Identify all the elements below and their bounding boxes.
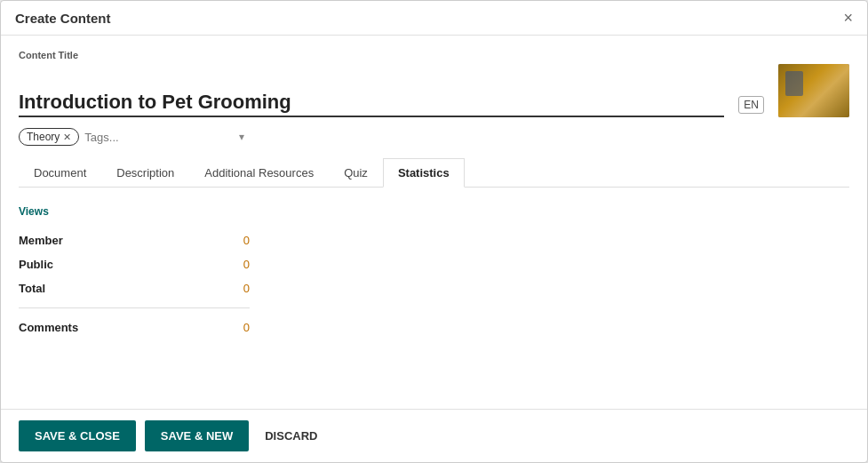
modal-body: Content Title EN Theory ✕ ▾ Document Des… <box>1 36 867 409</box>
tag-label: Theory <box>27 131 60 143</box>
comments-value: 0 <box>223 321 250 334</box>
tabs-row: Document Description Additional Resource… <box>19 158 849 188</box>
tab-document[interactable]: Document <box>19 158 101 188</box>
public-label: Public <box>19 258 53 271</box>
tag-remove-button[interactable]: ✕ <box>63 132 71 143</box>
modal-title: Create Content <box>15 11 111 26</box>
stats-row-public: Public 0 <box>19 252 250 276</box>
tab-statistics[interactable]: Statistics <box>383 158 465 188</box>
stats-row-member: Member 0 <box>19 228 250 252</box>
comments-row: Comments 0 <box>19 315 250 339</box>
total-label: Total <box>19 282 45 295</box>
views-label: Views <box>19 205 849 218</box>
tags-input[interactable] <box>84 131 234 144</box>
stats-row-total: Total 0 <box>19 276 250 300</box>
modal-header: Create Content × <box>1 1 867 36</box>
member-value: 0 <box>223 234 250 247</box>
discard-button[interactable]: DISCARD <box>258 420 324 451</box>
member-label: Member <box>19 234 63 247</box>
modal-footer: SAVE & CLOSE SAVE & NEW DISCARD <box>1 409 867 462</box>
title-row: EN <box>19 64 849 117</box>
language-badge[interactable]: EN <box>738 96 764 114</box>
statistics-panel: Views Member 0 Public 0 Total 0 Comments <box>19 188 849 357</box>
close-button[interactable]: × <box>843 10 853 26</box>
tags-row: Theory ✕ ▾ <box>19 128 849 146</box>
content-title-label: Content Title <box>19 50 849 60</box>
tab-additional-resources[interactable]: Additional Resources <box>189 158 329 188</box>
thumbnail-image <box>778 64 849 117</box>
tab-quiz[interactable]: Quiz <box>329 158 383 188</box>
tags-dropdown-icon[interactable]: ▾ <box>239 131 244 143</box>
thumbnail <box>778 64 849 117</box>
stats-table: Member 0 Public 0 Total 0 <box>19 228 250 300</box>
save-new-button[interactable]: SAVE & NEW <box>145 420 249 451</box>
save-close-button[interactable]: SAVE & CLOSE <box>19 420 136 451</box>
content-title-input[interactable] <box>19 91 724 117</box>
stats-divider <box>19 307 250 308</box>
title-input-area <box>19 91 724 117</box>
tag-theory: Theory ✕ <box>19 128 79 146</box>
create-content-modal: Create Content × Content Title EN Theory… <box>0 0 868 463</box>
tab-description[interactable]: Description <box>101 158 189 188</box>
total-value: 0 <box>223 282 250 295</box>
public-value: 0 <box>223 258 250 271</box>
comments-label: Comments <box>19 321 78 334</box>
